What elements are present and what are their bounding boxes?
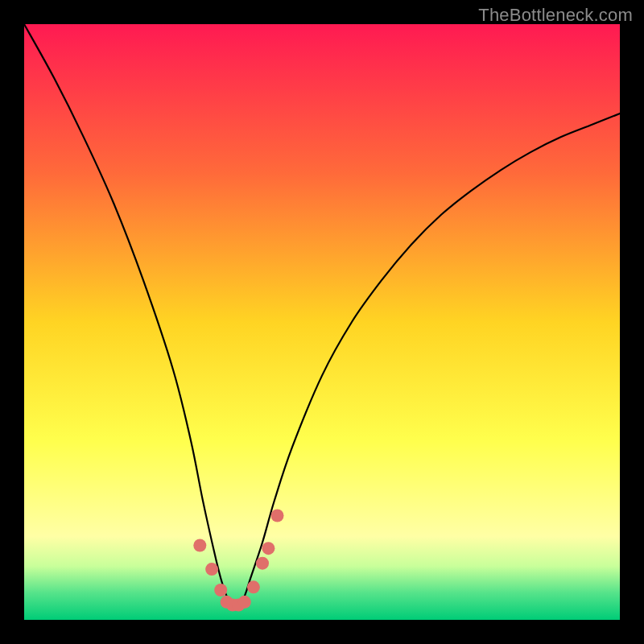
highlight-dot [262, 542, 275, 555]
watermark-text: TheBottleneck.com [478, 5, 633, 26]
highlight-dot [256, 557, 269, 570]
highlight-dot [247, 580, 260, 593]
highlight-dot [214, 584, 227, 597]
gradient-background [24, 24, 620, 620]
chart-svg [24, 24, 620, 620]
highlight-dot [193, 539, 206, 552]
highlight-dot [205, 563, 218, 576]
highlight-dot [271, 510, 284, 522]
chart-plot-area [24, 24, 620, 620]
chart-frame: TheBottleneck.com [0, 0, 644, 644]
highlight-dot [238, 596, 251, 609]
